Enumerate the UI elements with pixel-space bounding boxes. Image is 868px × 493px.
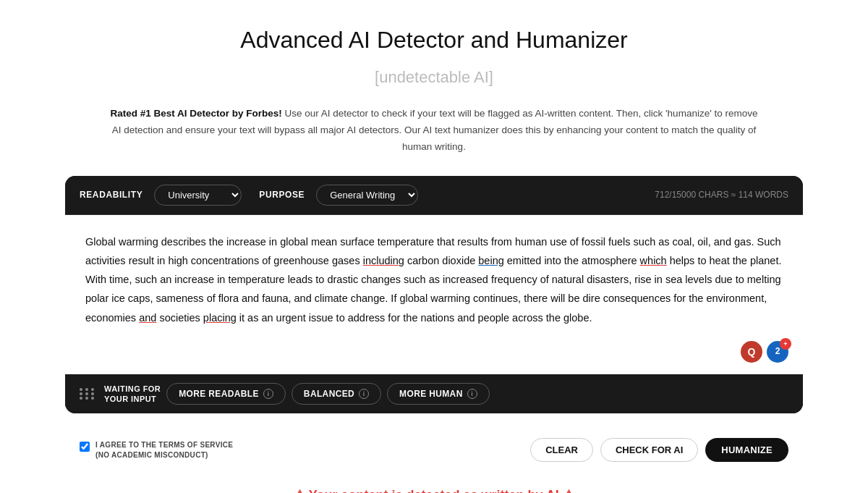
rated-bold: Rated #1 Best AI Detector by Forbes! (110, 108, 281, 119)
balanced-button[interactable]: BALANCED i (292, 383, 381, 405)
tool-card: READABILITY High School University Docto… (65, 176, 803, 413)
purpose-label: PURPOSE (259, 188, 305, 202)
detection-banner: ⚠ Your content is detected as written by… (65, 485, 803, 493)
underlined-word-being: being (478, 255, 503, 266)
tool-footer: WAITING FORYOUR INPUT MORE READABLE i BA… (65, 374, 803, 413)
readability-select[interactable]: High School University Doctorate Journal… (154, 185, 242, 206)
more-readable-button[interactable]: MORE READABLE i (166, 383, 286, 405)
underlined-word-which: which (640, 255, 667, 266)
terms-label[interactable]: I AGREE TO THE TERMS OF SERVICE(NO ACADE… (80, 440, 233, 460)
underlined-word-including: including (363, 255, 404, 266)
brand-subtitle: [undetectable AI] (65, 64, 803, 90)
humanize-button[interactable]: HUMANIZE (705, 438, 788, 462)
more-human-button[interactable]: MORE HUMAN i (387, 383, 490, 405)
more-human-info-icon: i (467, 389, 477, 399)
purpose-select[interactable]: General Writing Essay Article Marketing … (316, 185, 418, 206)
icon-badge-red: Q (741, 341, 762, 363)
underlined-word-placing: placing (203, 312, 237, 324)
readability-label: READABILITY (80, 188, 142, 202)
underlined-word-and: and (139, 312, 156, 324)
dots-icon (80, 388, 95, 400)
rated-description: Rated #1 Best AI Detector by Forbes! Use… (109, 106, 760, 156)
badge-count: + (780, 338, 791, 350)
balanced-info-icon: i (359, 389, 369, 399)
check-ai-button[interactable]: CHECK FOR AI (600, 438, 698, 462)
terms-checkbox[interactable] (80, 442, 90, 452)
tool-header: READABILITY High School University Docto… (65, 176, 803, 215)
more-readable-info-icon: i (263, 389, 273, 399)
page-title: Advanced AI Detector and Humanizer (65, 22, 803, 59)
text-input-area[interactable]: Global warming describes the increase in… (65, 215, 803, 374)
clear-button[interactable]: CLEAR (530, 438, 593, 462)
text-area-icons: Q 2 + (741, 341, 788, 363)
action-bar: I AGREE TO THE TERMS OF SERVICE(NO ACADE… (65, 428, 803, 472)
waiting-label: WAITING FORYOUR INPUT (80, 384, 161, 405)
text-content: Global warming describes the increase in… (85, 232, 783, 326)
action-buttons: CLEAR CHECK FOR AI HUMANIZE (530, 438, 788, 462)
char-count: 712/15000 CHARS ≈ 114 WORDS (655, 188, 788, 202)
icon-badge-blue: 2 + (767, 341, 788, 363)
terms-text: I AGREE TO THE TERMS OF SERVICE(NO ACADE… (95, 440, 233, 460)
